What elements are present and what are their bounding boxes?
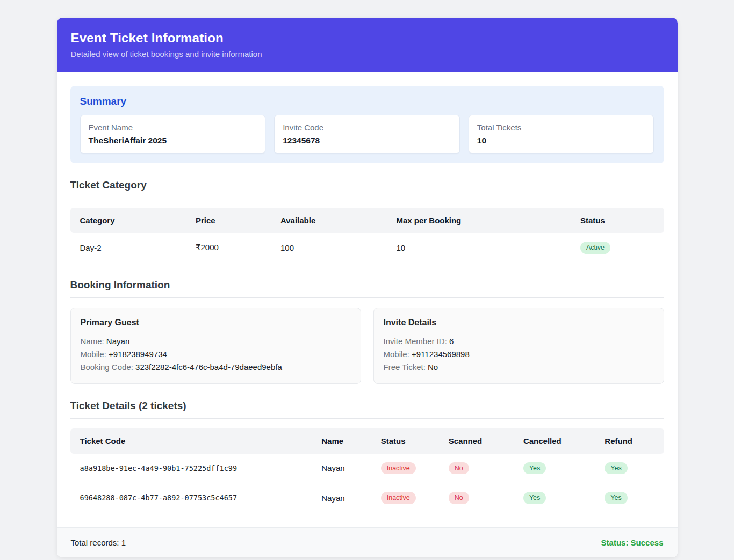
column-header-price: Price [186, 208, 271, 233]
field-label: Invite Member ID: [384, 337, 447, 346]
ticket-category-title: Ticket Category [70, 179, 664, 191]
column-header-cancelled: Cancelled [514, 428, 595, 454]
booking-code-line: Booking Code: 323f2282-4fc6-476c-ba4d-79… [81, 361, 351, 374]
status-badge: Inactive [381, 462, 416, 475]
scanned-badge: No [449, 462, 469, 475]
table-row: Day-2 ₹2000 100 10 Active [70, 233, 664, 263]
status-cell: Active [571, 233, 664, 263]
status-badge: Active [580, 242, 610, 254]
available-cell: 100 [271, 233, 386, 263]
total-records-label: Total records: 1 [71, 538, 126, 547]
cancelled-badge: Yes [523, 462, 546, 475]
summary-card-invite-code: Invite Code 12345678 [274, 115, 460, 154]
summary-title: Summary [80, 96, 654, 107]
scanned-cell: No [439, 483, 514, 513]
divider [70, 198, 664, 198]
table-row: a8a918be-91ec-4a49-90b1-75225dff1c99 Nay… [70, 454, 664, 483]
invite-details-title: Invite Details [384, 318, 654, 328]
column-header-category: Category [70, 208, 186, 233]
summary-card-value: 12345678 [283, 136, 451, 146]
main-card: Event Ticket Information Detailed view o… [57, 18, 678, 557]
booking-information-title: Booking Information [70, 279, 664, 291]
summary-card-label: Event Name [89, 123, 257, 132]
page-header: Event Ticket Information Detailed view o… [57, 18, 678, 72]
column-header-refund: Refund [595, 428, 664, 454]
max-per-booking-cell: 10 [386, 233, 571, 263]
ticket-code-cell: a8a918be-91ec-4a49-90b1-75225dff1c99 [70, 454, 312, 483]
field-value: 6 [449, 337, 454, 346]
scanned-badge: No [449, 492, 469, 504]
ticket-category-table-header: Category Price Available Max per Booking… [70, 208, 664, 233]
price-cell: ₹2000 [186, 233, 271, 263]
invite-details-card: Invite Details Invite Member ID: 6 Mobil… [373, 308, 664, 384]
ticket-details-title: Ticket Details (2 tickets) [70, 400, 664, 412]
field-label: Free Ticket: [384, 362, 426, 372]
status-success-label: Status: Success [601, 538, 664, 547]
field-label: Mobile: [81, 350, 106, 359]
invite-member-id-line: Invite Member ID: 6 [384, 335, 654, 348]
summary-card-event-name: Event Name TheSheriAffair 2025 [80, 115, 266, 154]
summary-card-value: 10 [477, 136, 646, 146]
field-label: Mobile: [384, 350, 409, 359]
field-label: Name: [81, 337, 104, 346]
primary-guest-title: Primary Guest [81, 318, 351, 328]
summary-card-value: TheSheriAffair 2025 [89, 136, 257, 146]
booking-information-grid: Primary Guest Name: Nayan Mobile: +91823… [70, 308, 664, 384]
field-value: +911234569898 [412, 350, 470, 359]
page-subtitle: Detailed view of ticket bookings and inv… [71, 49, 664, 59]
summary-card-total-tickets: Total Tickets 10 [469, 115, 654, 154]
status-cell: Inactive [371, 454, 439, 483]
refund-cell: Yes [595, 483, 664, 513]
free-ticket-line: Free Ticket: No [384, 361, 654, 374]
field-value: No [428, 362, 438, 372]
name-cell: Nayan [312, 454, 371, 483]
column-header-available: Available [271, 208, 386, 233]
page-content: Summary Event Name TheSheriAffair 2025 I… [57, 72, 678, 513]
column-header-scanned: Scanned [439, 428, 514, 454]
cancelled-cell: Yes [514, 483, 595, 513]
field-value: Nayan [106, 337, 129, 346]
divider [70, 418, 664, 419]
guest-mobile-line: Mobile: +918238949734 [81, 348, 351, 361]
summary-section: Summary Event Name TheSheriAffair 2025 I… [70, 86, 664, 163]
field-label: Booking Code: [81, 362, 133, 372]
page-title: Event Ticket Information [71, 31, 664, 46]
status-badge: Inactive [381, 492, 416, 504]
summary-card-label: Invite Code [283, 123, 451, 132]
cancelled-cell: Yes [514, 454, 595, 483]
guest-name-line: Name: Nayan [81, 335, 351, 348]
column-header-max-per-booking: Max per Booking [386, 208, 571, 233]
field-value: +918238949734 [109, 350, 167, 359]
ticket-details-table-header: Ticket Code Name Status Scanned Cancelle… [70, 428, 664, 454]
ticket-category-table: Category Price Available Max per Booking… [70, 208, 664, 263]
divider [70, 297, 664, 298]
table-row: 69648288-087c-4b77-a892-07753c5c4657 Nay… [70, 483, 664, 513]
column-header-status: Status [371, 428, 439, 454]
cancelled-badge: Yes [523, 492, 546, 504]
primary-guest-card: Primary Guest Name: Nayan Mobile: +91823… [70, 308, 361, 384]
footer: Total records: 1 Status: Success [57, 527, 678, 557]
ticket-details-table: Ticket Code Name Status Scanned Cancelle… [70, 428, 664, 513]
column-header-ticket-code: Ticket Code [70, 428, 312, 454]
summary-grid: Event Name TheSheriAffair 2025 Invite Co… [80, 115, 654, 154]
field-value: 323f2282-4fc6-476c-ba4d-79daeed9ebfa [135, 362, 282, 372]
column-header-status: Status [571, 208, 664, 233]
summary-card-label: Total Tickets [477, 123, 646, 132]
refund-badge: Yes [605, 462, 627, 475]
name-cell: Nayan [312, 483, 371, 513]
scanned-cell: No [439, 454, 514, 483]
ticket-code-cell: 69648288-087c-4b77-a892-07753c5c4657 [70, 483, 312, 513]
invite-mobile-line: Mobile: +911234569898 [384, 348, 654, 361]
category-cell: Day-2 [70, 233, 186, 263]
refund-cell: Yes [595, 454, 664, 483]
status-cell: Inactive [371, 483, 439, 513]
refund-badge: Yes [605, 492, 627, 504]
column-header-name: Name [312, 428, 371, 454]
